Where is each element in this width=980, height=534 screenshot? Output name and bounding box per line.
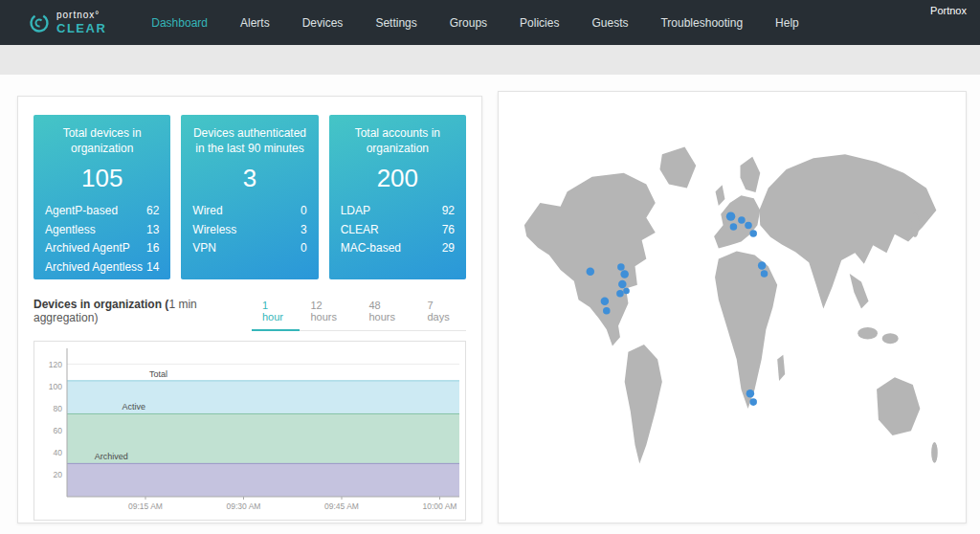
chart-section-title: Devices in organization (1 min aggregati…	[33, 298, 252, 331]
tab-7-days[interactable]: 7 days	[416, 296, 466, 331]
map-location-dot[interactable]	[617, 263, 625, 271]
portnox-logo-icon	[29, 12, 50, 33]
card-row: CLEAR 76	[341, 221, 455, 240]
tab-1-hour[interactable]: 1 hour	[252, 296, 300, 331]
card-title: Total devices in organization	[45, 125, 159, 157]
nav-item-troubleshooting[interactable]: Troubleshooting	[644, 0, 759, 45]
card-row: Archived Agentless 14	[45, 258, 159, 278]
svg-text:100: 100	[49, 382, 62, 391]
nav-item-alerts[interactable]: Alerts	[224, 0, 286, 45]
tab-48-hours[interactable]: 48 hours	[358, 296, 416, 331]
map-landmasses	[524, 147, 938, 464]
tab-12-hours[interactable]: 12 hours	[300, 296, 358, 331]
card-value: 3	[192, 164, 306, 193]
device-location-map-panel	[498, 91, 967, 523]
map-location-dot[interactable]	[749, 230, 757, 237]
nav-menu: Dashboard Alerts Devices Settings Groups…	[135, 0, 815, 45]
row-label: Archived Agentless	[45, 258, 143, 278]
card-row: Wireless 3	[192, 221, 306, 240]
nav-item-devices[interactable]: Devices	[286, 0, 360, 45]
map-location-dot[interactable]	[620, 270, 628, 278]
card-row: Agentless 13	[45, 221, 159, 240]
map-location-dot[interactable]	[749, 398, 757, 406]
svg-text:80: 80	[54, 404, 63, 413]
map-location-dot[interactable]	[616, 290, 624, 298]
chart-canvas: 20406080100120TotalActiveArchived09:15 A…	[34, 342, 467, 520]
map-location-dot[interactable]	[601, 298, 609, 305]
row-label: LDAP	[341, 202, 370, 221]
card-row: Wired 0	[192, 202, 306, 221]
svg-text:09:45 AM: 09:45 AM	[324, 501, 359, 511]
row-label: Wired	[192, 202, 222, 221]
tenant-name-label: Portnox	[930, 5, 967, 16]
map-location-dot[interactable]	[623, 288, 630, 295]
svg-text:120: 120	[49, 360, 62, 369]
svg-text:40: 40	[54, 448, 63, 457]
row-value: 13	[146, 221, 159, 240]
map-location-dot[interactable]	[726, 211, 735, 220]
devices-area-chart: 20406080100120TotalActiveArchived09:15 A…	[33, 341, 466, 521]
svg-text:09:15 AM: 09:15 AM	[128, 501, 163, 511]
summary-card-total-devices: Total devices in organization 105 AgentP…	[33, 115, 170, 279]
summary-card-total-accounts: Total accounts in organization 200 LDAP …	[329, 115, 466, 279]
brand-clear: CLEAR	[56, 22, 106, 34]
world-map-svg	[506, 100, 958, 515]
row-label: Wireless	[192, 221, 236, 240]
row-label: MAC-based	[341, 239, 401, 258]
summary-card-authenticated-devices: Devices authenticated in the last 90 min…	[181, 115, 318, 279]
card-row: Archived AgentP 16	[45, 239, 159, 258]
map-location-dot[interactable]	[587, 267, 594, 275]
row-label: Archived AgentP	[45, 239, 130, 258]
row-label: Agentless	[45, 221, 96, 240]
row-value: 29	[442, 239, 455, 258]
card-row: VPN 0	[192, 239, 306, 258]
svg-text:60: 60	[54, 426, 63, 435]
svg-text:09:30 AM: 09:30 AM	[227, 501, 261, 511]
map-location-dot[interactable]	[738, 216, 746, 224]
nav-item-guests[interactable]: Guests	[575, 0, 644, 45]
svg-text:20: 20	[54, 470, 63, 479]
chart-title-text: Devices in organization (	[33, 298, 168, 311]
row-value: 76	[442, 221, 455, 240]
brand-portnox: portnox°	[56, 11, 106, 20]
top-nav: portnox° CLEAR Dashboard Alerts Devices …	[0, 0, 980, 45]
row-value: 62	[146, 202, 159, 221]
portnox-clear-dashboard: portnox° CLEAR Dashboard Alerts Devices …	[0, 0, 980, 534]
row-value: 0	[301, 202, 307, 221]
nav-item-settings[interactable]: Settings	[359, 0, 433, 45]
brand-text: portnox° CLEAR	[56, 11, 106, 34]
map-location-dot[interactable]	[745, 222, 752, 230]
svg-text:Archived: Archived	[95, 452, 128, 461]
row-value: 92	[442, 202, 455, 221]
nav-item-dashboard[interactable]: Dashboard	[135, 0, 224, 45]
row-value: 0	[301, 239, 307, 258]
map-location-dot[interactable]	[618, 280, 626, 288]
svg-text:10:00 AM: 10:00 AM	[423, 501, 457, 511]
map-location-dot[interactable]	[746, 389, 754, 397]
card-row: MAC-based 29	[341, 239, 455, 258]
sub-header-bar	[0, 45, 980, 75]
nav-item-groups[interactable]: Groups	[434, 0, 503, 45]
dashboard-summary-panel: Total devices in organization 105 AgentP…	[17, 96, 482, 523]
chart-section-header: Devices in organization (1 min aggregati…	[18, 279, 481, 331]
nav-item-policies[interactable]: Policies	[503, 0, 575, 45]
map-location-dot[interactable]	[758, 261, 766, 269]
svg-text:Active: Active	[122, 402, 145, 412]
card-title: Total accounts in organization	[341, 125, 455, 157]
row-value: 3	[301, 221, 307, 240]
row-label: AgentP-based	[45, 202, 118, 221]
row-label: VPN	[192, 239, 216, 258]
row-value: 14	[146, 258, 159, 278]
portnox-logo[interactable]: portnox° CLEAR	[29, 11, 106, 34]
time-range-tabs: 1 hour 12 hours 48 hours 7 days	[252, 296, 466, 331]
world-map	[506, 100, 958, 515]
map-location-dot[interactable]	[761, 270, 768, 278]
card-row: LDAP 92	[341, 202, 455, 221]
card-value: 105	[45, 164, 159, 193]
map-location-dot[interactable]	[730, 223, 738, 231]
nav-item-help[interactable]: Help	[759, 0, 815, 45]
map-location-dot[interactable]	[603, 307, 611, 315]
card-value: 200	[341, 164, 455, 193]
card-title: Devices authenticated in the last 90 min…	[192, 125, 306, 157]
card-row: AgentP-based 62	[45, 202, 159, 221]
